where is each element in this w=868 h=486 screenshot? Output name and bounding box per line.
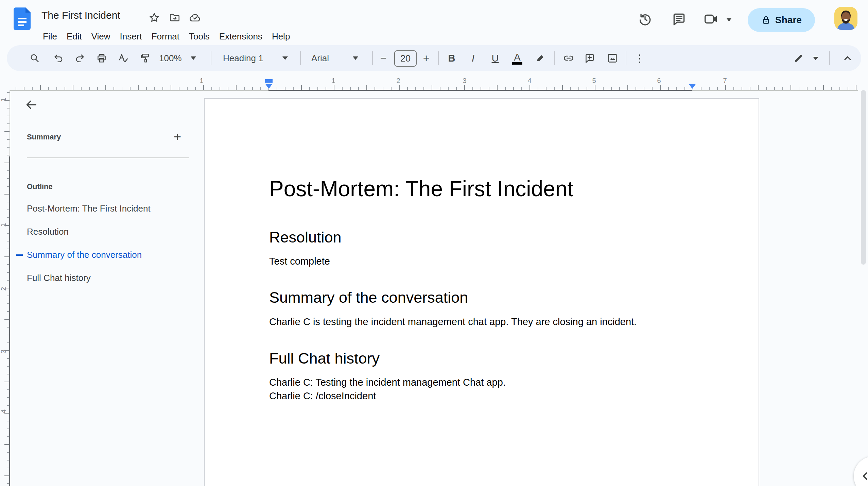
ruler-number: 5 [590,77,598,85]
chevron-down-icon [353,56,358,60]
menu-file[interactable]: File [38,29,62,44]
bold-button[interactable]: B [444,51,459,66]
ruler-number: 1 [197,77,206,85]
section-body-line[interactable]: Charlie C: /closeIncident [269,390,376,402]
ruler-active-baseline [9,156,10,486]
ruler-baseline [10,90,10,156]
toolbar: 100% Heading 1 Arial − 20 + B I U A [7,45,861,71]
increase-font-size-button[interactable]: + [419,51,434,66]
section-body-line[interactable]: Test complete [269,256,330,267]
ruler-number: 1 [0,221,7,229]
add-summary-button[interactable]: + [169,129,186,145]
paint-format-icon[interactable] [137,51,152,66]
ruler-number: 1 [329,77,337,85]
summary-label: Summary [27,133,61,141]
ruler-number: 6 [655,77,663,85]
style-value: Heading 1 [223,53,263,64]
section-heading[interactable]: Full Chat history [269,350,380,367]
undo-icon[interactable] [51,51,66,66]
ruler-number: 4 [0,408,7,415]
ruler-number: 3 [0,348,7,355]
menu-view[interactable]: View [87,29,115,44]
active-item-dash [16,254,23,256]
divider [211,51,211,65]
meet-video-icon[interactable] [701,10,721,28]
docs-logo-icon[interactable] [14,7,31,30]
right-indent-marker[interactable] [689,84,696,89]
menu-edit[interactable]: Edit [62,29,87,44]
text-color-button[interactable]: A [510,51,525,66]
chevron-left-icon [859,470,868,482]
section-body-line[interactable]: Charlie C: Testing the incident manageme… [269,377,506,388]
share-button[interactable]: Share [748,8,815,32]
plus-label: + [423,52,430,65]
menu-insert[interactable]: Insert [115,29,147,44]
outline-item[interactable]: Post-Mortem: The First Incident [27,203,183,214]
insert-image-icon[interactable] [605,51,620,66]
chevron-down-icon [282,56,288,60]
divider [27,157,189,158]
version-history-icon[interactable] [636,10,654,28]
hide-menus-icon[interactable] [840,51,855,66]
show-side-panel-button[interactable] [854,456,868,486]
text-color-label: A [514,52,520,62]
outline-item[interactable]: Resolution [27,227,183,237]
comments-icon[interactable] [670,10,688,28]
redo-icon[interactable] [72,51,87,66]
divider [438,51,439,65]
move-folder-icon[interactable] [166,9,184,27]
section-heading[interactable]: Summary of the conversation [269,289,468,306]
zoom-select[interactable]: 100% [159,51,196,66]
left-indent-marker[interactable] [265,84,273,89]
text-color-swatch [512,62,522,65]
underline-button[interactable]: U [488,51,503,66]
lock-icon [761,15,771,25]
search-menus-icon[interactable] [27,51,42,66]
chevron-down-icon [191,56,196,60]
bold-label: B [448,53,455,64]
divider [554,51,555,65]
ruler-number: 7 [721,77,729,85]
document-heading-1[interactable]: Post-Mortem: The First Incident [269,176,573,201]
minus-label: − [380,52,387,65]
vertical-scrollbar[interactable] [861,90,866,265]
font-select[interactable]: Arial [311,51,358,66]
font-value: Arial [311,53,329,64]
spellcheck-icon[interactable] [116,51,131,66]
cloud-saved-icon[interactable] [186,9,204,27]
menu-format[interactable]: Format [147,29,184,44]
divider [300,51,301,65]
first-line-indent-marker[interactable] [265,79,273,83]
italic-button[interactable]: I [466,51,481,66]
menu-help[interactable]: Help [267,29,295,44]
section-heading[interactable]: Resolution [269,229,342,246]
document-title[interactable]: The First Incident [41,10,120,21]
underline-label: U [492,53,499,64]
ruler-number: 3 [461,77,469,85]
ruler-number: 4 [525,77,534,85]
print-icon[interactable] [94,51,109,66]
more-options-button[interactable]: ⋮ [632,51,647,66]
decrease-font-size-button[interactable]: − [376,51,391,66]
zoom-value: 100% [159,53,182,64]
divider [829,51,830,65]
meet-dropdown-caret-icon[interactable] [727,18,731,21]
outline-item[interactable]: Full Chat history [27,273,183,283]
star-icon[interactable] [145,9,163,27]
add-comment-icon[interactable] [582,51,597,66]
close-outline-button[interactable] [24,98,38,112]
editing-mode-pencil-icon[interactable] [791,51,806,66]
avatar[interactable] [834,7,857,30]
ruler-number: 1 [0,96,7,104]
outline-item-active[interactable]: Summary of the conversation [27,250,183,260]
highlight-color-icon[interactable] [533,51,548,66]
menu-tools[interactable]: Tools [184,29,214,44]
menu-extensions[interactable]: Extensions [214,29,267,44]
paragraph-style-select[interactable]: Heading 1 [223,51,288,66]
ruler-active-baseline [268,90,692,91]
plus-icon: + [174,130,181,144]
insert-link-icon[interactable] [561,51,576,66]
editing-mode-caret-icon[interactable] [813,57,818,60]
font-size-input[interactable]: 20 [394,50,417,67]
section-body-line[interactable]: Charlie C is testing the incident manage… [269,316,637,328]
